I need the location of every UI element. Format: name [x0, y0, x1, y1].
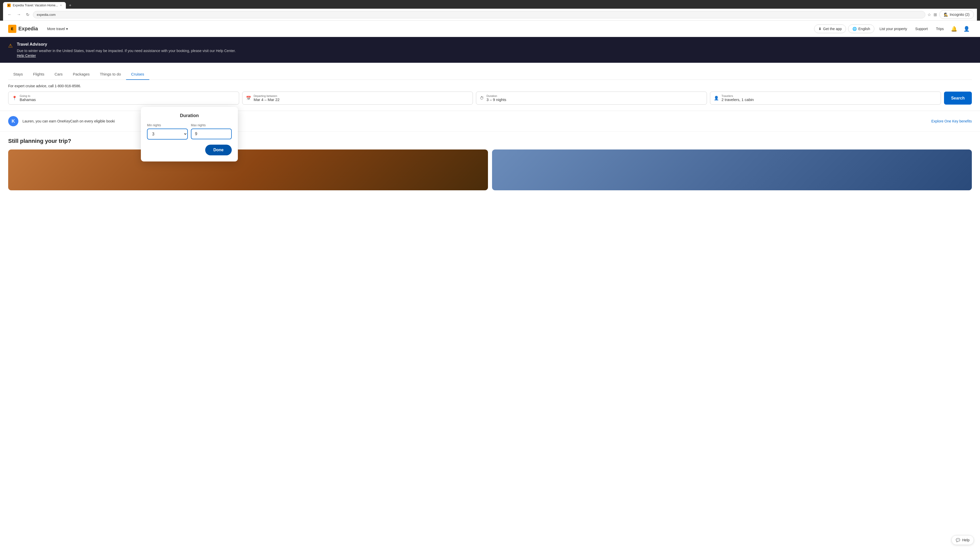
tab-flights[interactable]: Flights	[28, 69, 49, 80]
duration-popup-fields: Min nights 3 4 5 6 7 Max nights	[147, 124, 232, 140]
max-nights-input[interactable]	[191, 129, 232, 139]
forward-button[interactable]: →	[15, 11, 22, 18]
more-travel-button[interactable]: More travel ▾	[44, 25, 71, 33]
logo-link[interactable]: E Expedia	[8, 25, 38, 33]
english-button[interactable]: 🌐 English	[848, 24, 874, 33]
profile-label: Incognito (2)	[950, 13, 969, 17]
planning-card-2[interactable]	[492, 149, 972, 190]
travelers-icon: 👤	[714, 96, 719, 100]
profile-button[interactable]: 🕵 Incognito (2)	[939, 10, 974, 19]
site-header: E Expedia More travel ▾ ⬇ Get the app 🌐 …	[0, 21, 980, 37]
advisory-title: Travel Advisory	[17, 42, 236, 47]
duration-done-button[interactable]: Done	[205, 144, 232, 156]
address-text: expedia.com	[37, 13, 56, 17]
get-app-label: Get the app	[823, 27, 842, 31]
travelers-label: Travelers	[721, 94, 754, 97]
tab-things-to-do[interactable]: Things to do	[95, 69, 126, 80]
departing-label: Departing between	[254, 94, 280, 97]
travelers-value: 2 travelers, 1 cabin	[721, 97, 754, 102]
nav-actions: ⬇ Get the app 🌐 English List your proper…	[814, 24, 972, 33]
location-icon: 📍	[12, 96, 17, 100]
tab-close-button[interactable]: ×	[60, 3, 62, 7]
trips-link[interactable]: Trips	[933, 25, 947, 33]
onekey-text: Lauren, you can earn OneKeyCash on every…	[22, 119, 115, 123]
duration-content: Duration 3 – 9 nights	[487, 94, 506, 102]
english-label: English	[858, 27, 870, 31]
address-bar[interactable]: expedia.com	[33, 11, 925, 18]
incognito-icon: 🕵	[944, 13, 948, 17]
advisory-content: Travel Advisory Due to winter weather in…	[17, 42, 236, 58]
duration-popup: Duration Min nights 3 4 5 6 7 Max nigh	[141, 107, 238, 162]
max-nights-field: Max nights	[191, 124, 232, 140]
active-tab[interactable]: E Expedia Travel: Vacation Home... ×	[3, 2, 66, 9]
account-button[interactable]: 👤	[961, 25, 972, 33]
warning-icon: ⚠	[8, 43, 13, 49]
tab-cars[interactable]: Cars	[49, 69, 68, 80]
cruise-advice: For expert cruise advice, call 1-800-916…	[8, 84, 972, 88]
planning-card-1[interactable]	[8, 149, 488, 190]
duration-value: 3 – 9 nights	[487, 97, 506, 102]
departing-field[interactable]: 📅 Departing between Mar 4 – Mar 22	[242, 92, 473, 105]
tab-stays[interactable]: Stays	[8, 69, 28, 80]
min-nights-label: Min nights	[147, 124, 188, 127]
help-icon: 💬	[956, 538, 960, 542]
refresh-button[interactable]: ↻	[24, 11, 31, 18]
help-button[interactable]: 💬 Help	[951, 535, 974, 545]
logo-icon: E	[8, 25, 16, 33]
extensions-button[interactable]: ⊞	[934, 12, 937, 17]
search-button[interactable]: Search	[944, 92, 972, 105]
going-to-content: Going to Bahamas	[20, 94, 36, 102]
min-nights-select[interactable]: 3 4 5 6 7	[147, 129, 188, 140]
chevron-down-icon: ▾	[66, 27, 68, 31]
duration-field[interactable]: ⏱ Duration 3 – 9 nights	[476, 92, 707, 105]
page-content: E Expedia More travel ▾ ⬇ Get the app 🌐 …	[0, 21, 980, 551]
going-to-label: Going to	[20, 94, 36, 97]
support-link[interactable]: Support	[912, 25, 931, 33]
more-travel-label: More travel	[47, 27, 65, 31]
notifications-button[interactable]: 🔔	[949, 25, 959, 33]
going-to-value: Bahamas	[20, 97, 36, 102]
duration-popup-title: Duration	[147, 113, 232, 118]
clock-icon: ⏱	[480, 96, 484, 100]
tab-bar: E Expedia Travel: Vacation Home... × +	[3, 2, 977, 9]
travelers-field[interactable]: 👤 Travelers 2 travelers, 1 cabin	[710, 92, 941, 105]
calendar-icon: 📅	[246, 96, 251, 100]
departing-content: Departing between Mar 4 – Mar 22	[254, 94, 280, 102]
list-property-link[interactable]: List your property	[877, 25, 910, 33]
tab-packages[interactable]: Packages	[68, 69, 95, 80]
bookmark-button[interactable]: ☆	[928, 12, 931, 17]
onekey-avatar: K	[8, 116, 18, 126]
back-button[interactable]: ←	[6, 11, 13, 18]
download-icon: ⬇	[818, 27, 821, 31]
search-fields: 📍 Going to Bahamas 📅 Departing between M…	[8, 92, 972, 105]
logo-text: Expedia	[18, 26, 38, 32]
advisory-text: Due to winter weather in the United Stat…	[17, 48, 236, 54]
advisory-banner: ⚠ Travel Advisory Due to winter weather …	[0, 37, 980, 63]
new-tab-button[interactable]: +	[67, 2, 73, 9]
globe-icon: 🌐	[853, 27, 857, 31]
browser-toolbar: ← → ↻ expedia.com ☆ ⊞ 🕵 Incognito (2)	[3, 9, 977, 21]
browser-chrome: E Expedia Travel: Vacation Home... × + ←…	[0, 0, 980, 21]
duration-label: Duration	[487, 94, 506, 97]
going-to-field[interactable]: 📍 Going to Bahamas	[8, 92, 239, 105]
departing-value: Mar 4 – Mar 22	[254, 97, 280, 102]
search-tabs: Stays Flights Cars Packages Things to do…	[8, 69, 972, 80]
browser-actions: ☆ ⊞ 🕵 Incognito (2)	[928, 10, 974, 19]
help-center-link[interactable]: Help Center	[17, 54, 36, 58]
min-nights-field: Min nights 3 4 5 6 7	[147, 124, 188, 140]
search-area-wrapper: 📍 Going to Bahamas 📅 Departing between M…	[8, 92, 972, 105]
tab-title: Expedia Travel: Vacation Home...	[13, 3, 58, 7]
tab-cruises[interactable]: Cruises	[126, 69, 149, 80]
help-label: Help	[962, 538, 969, 542]
max-nights-label: Max nights	[191, 124, 232, 127]
tab-favicon: E	[7, 3, 11, 7]
get-app-button[interactable]: ⬇ Get the app	[814, 24, 846, 33]
explore-onekey-link[interactable]: Explore One Key benefits	[931, 119, 972, 123]
search-panel: Stays Flights Cars Packages Things to do…	[0, 63, 980, 111]
travelers-content: Travelers 2 travelers, 1 cabin	[721, 94, 754, 102]
